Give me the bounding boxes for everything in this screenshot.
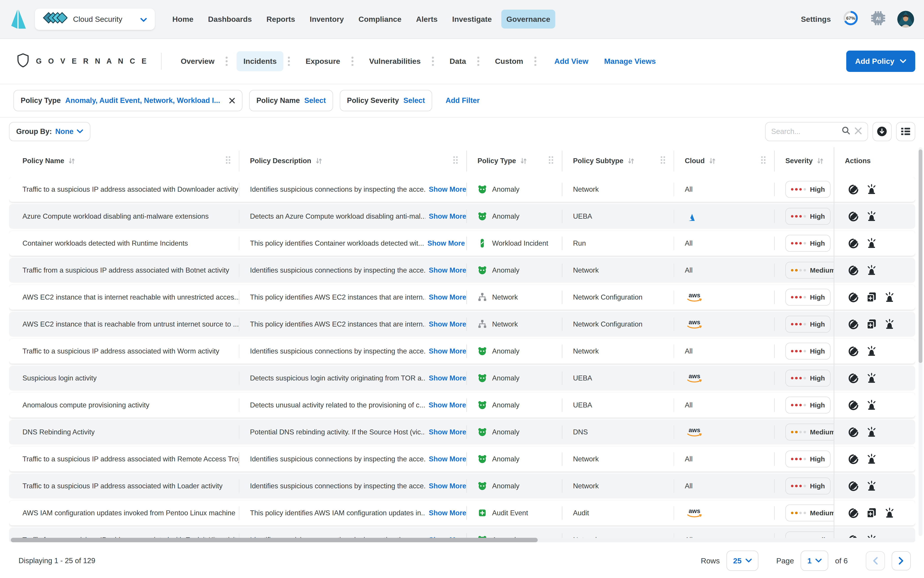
show-more-link[interactable]: Show More [429, 185, 466, 193]
filter-chip-policy-severity[interactable]: Policy Severity Select [340, 90, 432, 111]
show-more-link[interactable]: Show More [429, 509, 466, 517]
rows-per-page-dropdown[interactable]: 25 [726, 550, 759, 571]
vertical-scrollbar[interactable] [919, 147, 922, 536]
filter-value[interactable]: Select [304, 96, 326, 105]
table-row[interactable]: Traffic from a suspicious IP address ass… [9, 258, 915, 283]
edit-policy-icon[interactable] [848, 373, 859, 383]
edit-policy-icon[interactable] [848, 508, 859, 518]
close-icon[interactable] [229, 97, 235, 104]
table-row[interactable]: Suspicious login activity Detects suspic… [9, 366, 915, 391]
table-row[interactable]: Traffic to a suspicious IP address assoc… [9, 177, 915, 202]
tab-custom-menu-icon[interactable] [531, 54, 540, 68]
show-more-link[interactable]: Show More [427, 239, 465, 247]
search-icon[interactable] [842, 126, 850, 137]
table-row[interactable]: AWS EC2 instance that is internet reacha… [9, 285, 915, 310]
page-dropdown[interactable]: 1 [801, 550, 828, 571]
edit-policy-icon[interactable] [848, 481, 859, 492]
show-more-link[interactable]: Show More [429, 374, 466, 382]
settings-link[interactable]: Settings [801, 15, 831, 24]
edit-policy-icon[interactable] [848, 319, 859, 330]
tab-incidents[interactable]: Incidents [237, 51, 284, 71]
table-row[interactable]: AWS EC2 instance that is reachable from … [9, 312, 915, 337]
nav-item-governance[interactable]: Governance [501, 10, 555, 29]
column-drag-handle[interactable] [453, 156, 459, 166]
column-header-policy-type[interactable]: Policy Type [466, 148, 562, 174]
progress-ring[interactable]: 67% [842, 10, 859, 29]
manage-views-link[interactable]: Manage Views [604, 57, 656, 66]
disable-alarm-icon[interactable] [866, 481, 877, 492]
nav-item-alerts[interactable]: Alerts [411, 10, 443, 29]
nav-item-dashboards[interactable]: Dashboards [203, 10, 257, 29]
add-view-link[interactable]: Add View [554, 57, 588, 66]
tab-overview-menu-icon[interactable] [222, 54, 231, 68]
column-header-policy-subtype[interactable]: Policy Subtype [562, 148, 674, 174]
column-header-policy-description[interactable]: Policy Description [239, 148, 467, 174]
disable-alarm-icon[interactable] [884, 508, 895, 518]
filter-chip-policy-type[interactable]: Policy Type Anomaly, Audit Event, Networ… [13, 90, 242, 111]
show-more-link[interactable]: Show More [429, 482, 466, 490]
column-header-policy-name[interactable]: Policy Name [9, 148, 239, 174]
nav-item-home[interactable]: Home [167, 10, 198, 29]
table-row[interactable]: Container workloads detected with Runtim… [9, 231, 915, 256]
add-policy-button[interactable]: Add Policy [846, 50, 915, 72]
show-more-link[interactable]: Show More [429, 320, 466, 328]
add-filter-link[interactable]: Add Filter [446, 96, 480, 105]
edit-policy-icon[interactable] [848, 346, 859, 357]
horizontal-scrollbar-thumb[interactable] [11, 538, 538, 542]
clear-search-icon[interactable] [854, 127, 862, 136]
product-switcher[interactable]: Cloud Security [35, 8, 155, 30]
tab-data-menu-icon[interactable] [474, 54, 483, 68]
clone-policy-icon[interactable] [866, 508, 877, 518]
table-row[interactable]: DNS Rebinding Activity Potential DNS reb… [9, 420, 915, 445]
disable-alarm-icon[interactable] [866, 265, 877, 276]
disable-alarm-icon[interactable] [866, 373, 877, 383]
tab-exposure[interactable]: Exposure [299, 51, 347, 71]
show-more-link[interactable]: Show More [429, 347, 466, 355]
nav-item-reports[interactable]: Reports [261, 10, 300, 29]
table-row[interactable]: Traffic to a suspicious IP address assoc… [9, 339, 915, 364]
tab-exposure-menu-icon[interactable] [348, 54, 357, 68]
vertical-scrollbar-thumb[interactable] [919, 149, 922, 363]
clone-policy-icon[interactable] [866, 319, 877, 330]
disable-alarm-icon[interactable] [866, 346, 877, 357]
disable-alarm-icon[interactable] [866, 184, 877, 195]
edit-policy-icon[interactable] [848, 238, 859, 249]
disable-alarm-icon[interactable] [866, 427, 877, 438]
search-input[interactable] [771, 127, 837, 136]
tab-vulnerabilities-menu-icon[interactable] [428, 54, 437, 68]
table-row[interactable]: AWS IAM configuration updates invoked fr… [9, 501, 915, 525]
show-more-link[interactable]: Show More [429, 293, 466, 301]
nav-item-investigate[interactable]: Investigate [447, 10, 497, 29]
filter-value[interactable]: Select [404, 96, 425, 105]
filter-value[interactable]: Anomaly, Audit Event, Network, Workload … [65, 96, 220, 105]
disable-alarm-icon[interactable] [866, 238, 877, 249]
nav-item-inventory[interactable]: Inventory [305, 10, 349, 29]
column-settings-button[interactable] [896, 122, 915, 141]
ai-chip-icon[interactable]: AI [870, 10, 886, 28]
edit-policy-icon[interactable] [848, 400, 859, 411]
horizontal-scrollbar[interactable] [9, 538, 915, 542]
table-row[interactable]: Azure Compute workload disabling anti-ma… [9, 204, 915, 229]
clone-policy-icon[interactable] [866, 292, 877, 303]
column-drag-handle[interactable] [660, 156, 666, 166]
disable-alarm-icon[interactable] [866, 211, 877, 222]
show-more-link[interactable]: Show More [429, 213, 466, 221]
next-page-button[interactable] [892, 551, 911, 570]
column-drag-handle[interactable] [225, 156, 231, 166]
show-more-link[interactable]: Show More [429, 428, 466, 436]
table-row[interactable]: Traffic to a suspicious IP address assoc… [9, 474, 915, 498]
user-avatar[interactable] [897, 11, 914, 28]
disable-alarm-icon[interactable] [866, 454, 877, 464]
show-more-link[interactable]: Show More [428, 401, 466, 409]
column-header-cloud[interactable]: Cloud [674, 148, 774, 174]
nav-item-compliance[interactable]: Compliance [353, 10, 407, 29]
filter-chip-policy-name[interactable]: Policy Name Select [249, 90, 333, 111]
table-row[interactable]: Traffic to a suspicious IP address assoc… [9, 447, 915, 471]
show-more-link[interactable]: Show More [429, 455, 466, 463]
table-row[interactable]: Anomalous compute provisioning activity … [9, 393, 915, 417]
tab-custom[interactable]: Custom [488, 51, 530, 71]
show-more-link[interactable]: Show More [429, 266, 466, 274]
tab-vulnerabilities[interactable]: Vulnerabilities [363, 51, 427, 71]
column-drag-handle[interactable] [548, 156, 554, 166]
edit-policy-icon[interactable] [848, 211, 859, 222]
